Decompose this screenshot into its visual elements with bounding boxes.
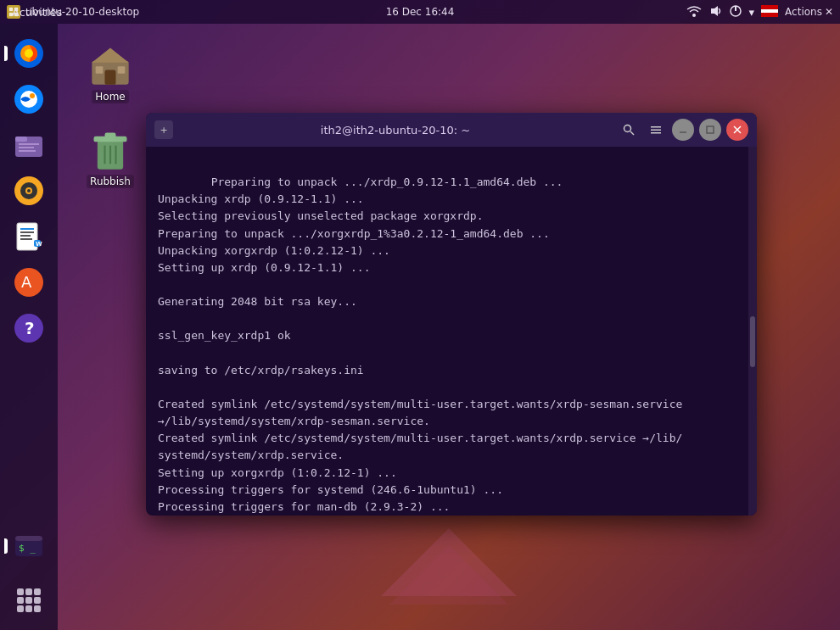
svg-rect-20 [19,143,39,145]
svg-rect-11 [761,13,778,17]
svg-point-61 [624,125,631,132]
svg-rect-10 [761,9,778,13]
dock: W A ? $ _ [0,24,58,630]
dock-item-writer[interactable]: W [8,215,50,258]
terminal-titlebar-right [618,119,748,141]
terminal-menu-button[interactable] [645,119,667,141]
home-folder-icon [88,42,132,86]
svg-rect-65 [651,132,661,134]
activities-label: Activities [12,6,62,19]
svg-rect-44 [17,597,24,604]
dock-item-firefox[interactable] [8,32,50,75]
terminal-body: Preparing to unpack .../xrdp_0.9.12-1.1_… [146,147,757,516]
dock-item-apps[interactable] [8,579,50,622]
svg-rect-46 [34,597,41,604]
dock-item-rhythmbox[interactable] [8,170,50,212]
terminal-title: ith2@ith2-ubuntu-20-10: ~ [180,124,611,137]
actions-button[interactable]: Actions ✕ [785,6,833,18]
svg-rect-48 [25,605,32,612]
svg-text:?: ? [25,318,35,338]
svg-rect-52 [105,70,116,85]
svg-rect-47 [17,605,24,612]
svg-rect-43 [34,588,41,595]
svg-text:W: W [36,241,42,248]
rubbish-icon-label: Rubbish [87,175,134,188]
dock-item-help[interactable]: ? [8,307,50,349]
terminal-maximize-button[interactable] [699,119,721,141]
terminal-titlebar-left: + [154,120,173,139]
svg-rect-30 [20,235,31,237]
svg-point-14 [25,49,33,58]
terminal-minimize-button[interactable] [672,119,694,141]
terminal-window: + ith2@ith2-ubuntu-20-10: ~ [146,113,757,516]
svg-rect-19 [15,137,27,142]
svg-point-4 [692,14,696,17]
dock-item-terminal[interactable]: $ _ [8,525,50,567]
svg-rect-49 [34,605,41,612]
trash-icon [88,127,132,171]
scrollbar-thumb[interactable] [750,316,755,367]
dock-item-files[interactable] [8,124,50,166]
top-bar: ubuntu-20-10-desktop 16 Dec 16:44 ▾ A [0,0,840,24]
desktop: ubuntu-20-10-desktop 16 Dec 16:44 ▾ A [0,0,840,630]
svg-rect-9 [761,5,778,9]
svg-rect-67 [707,126,714,133]
svg-marker-71 [389,545,508,605]
terminal-close-button[interactable] [726,119,748,141]
svg-rect-45 [25,597,32,604]
svg-rect-21 [19,147,34,148]
terminal-output: Preparing to unpack .../xrdp_0.9.12-1.1_… [158,176,682,516]
svg-marker-70 [381,528,517,596]
svg-rect-41 [17,588,24,595]
svg-text:$ _: $ _ [19,543,36,554]
terminal-scrollbar[interactable] [748,147,757,516]
svg-point-17 [30,93,35,98]
terminal-content[interactable]: Preparing to unpack .../xrdp_0.9.12-1.1_… [146,147,748,516]
terminal-search-button[interactable] [618,119,640,141]
svg-rect-22 [19,150,36,152]
svg-rect-28 [20,228,34,230]
chevron-down-icon[interactable]: ▾ [749,6,755,19]
desktop-icon-rubbish[interactable]: Rubbish [76,127,144,188]
svg-rect-39 [15,536,42,541]
svg-point-26 [27,189,31,192]
svg-rect-53 [96,66,104,74]
close-icon: ✕ [825,6,833,18]
terminal-titlebar: + ith2@ith2-ubuntu-20-10: ~ [146,113,757,147]
top-bar-right: ▾ Actions ✕ [686,4,833,20]
datetime: 16 Dec 16:44 [386,6,455,18]
svg-marker-51 [92,48,128,63]
power-icon[interactable] [729,4,742,20]
locale-icon[interactable] [761,5,778,20]
svg-rect-57 [105,133,116,139]
dock-item-thunderbird[interactable] [8,78,50,120]
svg-rect-54 [118,66,126,74]
svg-rect-29 [20,231,34,233]
desktop-icon-home[interactable]: Home [76,42,144,103]
home-icon-label: Home [92,90,128,103]
actions-label: Actions [785,6,822,18]
bottom-decoration [58,528,840,630]
svg-line-62 [630,131,634,135]
svg-rect-64 [651,130,661,131]
svg-text:A: A [21,273,32,291]
svg-marker-5 [711,6,718,16]
svg-rect-63 [651,126,661,128]
activities-button[interactable]: Activities [0,0,74,24]
svg-rect-42 [25,588,32,595]
svg-rect-31 [20,238,32,240]
new-tab-button[interactable]: + [154,120,173,139]
network-icon[interactable] [686,5,702,20]
sound-icon[interactable] [708,4,722,20]
dock-item-appstore[interactable]: A [8,261,50,304]
